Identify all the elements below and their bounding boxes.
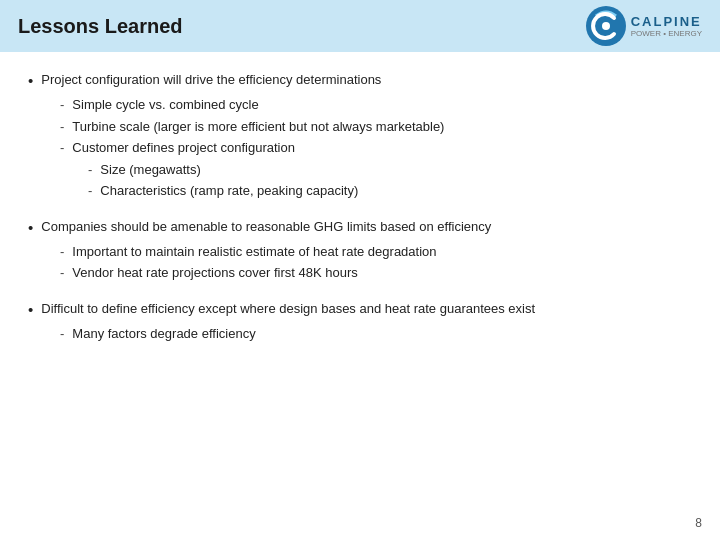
sub-text-3-1: Many factors degrade efficiency	[72, 324, 255, 344]
bullet-dot-1: •	[28, 70, 33, 91]
sub-text-1-3: Customer defines project configuration	[72, 138, 295, 158]
bullet-section-2: • Companies should be amenable to reason…	[28, 217, 692, 283]
svg-point-1	[602, 22, 610, 30]
sub-items-3: - Many factors degrade efficiency	[60, 324, 692, 344]
bullet-dot-3: •	[28, 299, 33, 320]
sub-items-1: - Simple cycle vs. combined cycle - Turb…	[60, 95, 692, 201]
sub-text-2-2: Vendor heat rate projections cover first…	[72, 263, 357, 283]
logo-text-block: CALPINE POWER • ENERGY	[631, 14, 702, 38]
sub-item-1-3: - Customer defines project configuration	[60, 138, 692, 158]
sub-item-1-2: - Turbine scale (larger is more efficien…	[60, 117, 692, 137]
bullet-text-2: Companies should be amenable to reasonab…	[41, 217, 491, 237]
sub-sub-item-1-3-1: - Size (megawatts)	[88, 160, 692, 180]
content-area: • Project configuration will drive the e…	[0, 52, 720, 369]
sub-text-1-2: Turbine scale (larger is more efficient …	[72, 117, 444, 137]
bullet-dot-2: •	[28, 217, 33, 238]
dash-3-1: -	[60, 324, 64, 344]
sub-text-2-1: Important to maintain realistic estimate…	[72, 242, 436, 262]
dash-1-2: -	[60, 117, 64, 137]
sub-item-2-1: - Important to maintain realistic estima…	[60, 242, 692, 262]
bullet-text-1: Project configuration will drive the eff…	[41, 70, 381, 90]
dash-2-2: -	[60, 263, 64, 283]
bullet-main-3: • Difficult to define efficiency except …	[28, 299, 692, 320]
sub-item-1-1: - Simple cycle vs. combined cycle	[60, 95, 692, 115]
sub-sub-item-1-3-2: - Characteristics (ramp rate, peaking ca…	[88, 181, 692, 201]
bullet-main-2: • Companies should be amenable to reason…	[28, 217, 692, 238]
page-number: 8	[695, 516, 702, 530]
sub-items-2: - Important to maintain realistic estima…	[60, 242, 692, 283]
sub-text-1-1: Simple cycle vs. combined cycle	[72, 95, 258, 115]
logo-icon	[584, 4, 628, 48]
bullet-text-3: Difficult to define efficiency except wh…	[41, 299, 535, 319]
calpine-logo: CALPINE POWER • ENERGY	[584, 4, 702, 48]
sub-sub-text-1-3-1: Size (megawatts)	[100, 160, 200, 180]
logo-name: CALPINE	[631, 14, 702, 29]
sub-item-2-2: - Vendor heat rate projections cover fir…	[60, 263, 692, 283]
logo-tagline: POWER • ENERGY	[631, 29, 702, 38]
slide: Lessons Learned CALPINE POWER • ENERGY	[0, 0, 720, 540]
header: Lessons Learned CALPINE POWER • ENERGY	[0, 0, 720, 52]
dash-1-3-2: -	[88, 181, 92, 201]
sub-sub-text-1-3-2: Characteristics (ramp rate, peaking capa…	[100, 181, 358, 201]
dash-2-1: -	[60, 242, 64, 262]
bullet-section-1: • Project configuration will drive the e…	[28, 70, 692, 201]
bullet-section-3: • Difficult to define efficiency except …	[28, 299, 692, 344]
slide-title: Lessons Learned	[18, 15, 183, 38]
bullet-main-1: • Project configuration will drive the e…	[28, 70, 692, 91]
sub-item-3-1: - Many factors degrade efficiency	[60, 324, 692, 344]
dash-1-3: -	[60, 138, 64, 158]
dash-1-1: -	[60, 95, 64, 115]
dash-1-3-1: -	[88, 160, 92, 180]
sub-sub-items-1-3: - Size (megawatts) - Characteristics (ra…	[88, 160, 692, 201]
